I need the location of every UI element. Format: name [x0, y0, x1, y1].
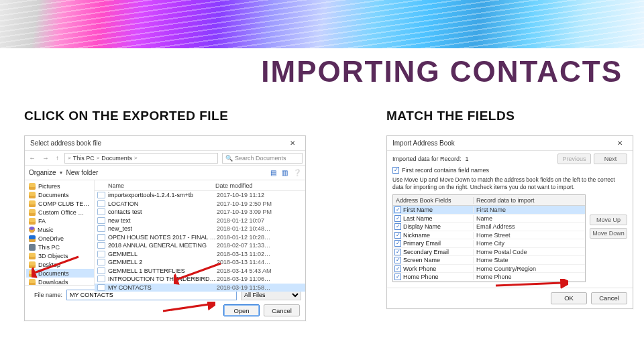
- file-row[interactable]: contacts test2017-10-19 3:09 PM: [95, 208, 305, 217]
- nav-up-icon[interactable]: ↑: [54, 154, 60, 162]
- nav-item[interactable]: COMP CLUB TE…: [26, 199, 94, 208]
- svg-line-2: [163, 304, 209, 311]
- row-checkbox[interactable]: ✓: [394, 265, 401, 272]
- map-row[interactable]: ✓First NameFirst Name: [393, 206, 585, 215]
- file-list[interactable]: Name Date modified importexporttools-1.2…: [95, 180, 305, 285]
- slide-banner: [0, 0, 644, 48]
- map-row[interactable]: ✓Secondary EmailHome Postal Code: [393, 248, 585, 257]
- file-name-label: File name:: [29, 292, 62, 298]
- file-row[interactable]: MY CONTACTS2018-03-19 11:58…: [95, 284, 305, 292]
- map-row[interactable]: ✓Screen NameHome State: [393, 256, 585, 265]
- help-icon[interactable]: ❔: [293, 169, 301, 176]
- map-row[interactable]: ✓Work PhoneHome Country/Region: [393, 265, 585, 274]
- file-date: 2018-03-13 11:02…: [217, 251, 270, 257]
- row-checkbox[interactable]: ✓: [394, 257, 401, 263]
- file-row[interactable]: GEMMELL 1 BUTTERFLIES2018-03-14 5:43 AM: [95, 267, 305, 276]
- map-field: Screen Name: [403, 257, 440, 263]
- folder-icon: [29, 227, 35, 233]
- file-row[interactable]: LOCATION2017-10-19 2:50 PM: [95, 200, 305, 208]
- row-checkbox[interactable]: ✓: [394, 206, 401, 213]
- nav-item[interactable]: Documents: [26, 269, 94, 278]
- previous-button[interactable]: Previous: [557, 154, 591, 164]
- row-checkbox[interactable]: ✓: [394, 215, 401, 222]
- file-icon: [97, 267, 105, 274]
- move-down-button[interactable]: Move Down: [590, 228, 627, 239]
- file-row[interactable]: importexporttools-1.2.4.1-sm+tb2017-10-1…: [95, 191, 305, 200]
- organize-button[interactable]: Organize: [29, 169, 56, 176]
- nav-fwd-icon[interactable]: →: [41, 154, 50, 162]
- file-open-dialog: Select address book file ✕ ← → ↑ > This …: [24, 135, 306, 321]
- nav-item[interactable]: Documents: [26, 190, 94, 199]
- field-mapping-grid[interactable]: Address Book Fields Record data to impor…: [392, 194, 586, 282]
- folder-icon: [29, 200, 36, 207]
- view-tiles-icon[interactable]: ▤: [270, 169, 276, 176]
- file-row[interactable]: GEMMELL 22018-03-13 11:44…: [95, 258, 305, 267]
- file-date: 2017-10-19 3:09 PM: [217, 208, 272, 215]
- folder-icon: [29, 192, 36, 198]
- file-row[interactable]: 2018 ANNUAL GENERAL MEETING2018-02-07 11…: [95, 241, 305, 250]
- map-row[interactable]: ✓Display NameEmail Address: [393, 223, 585, 231]
- close-icon[interactable]: ✕: [282, 139, 303, 147]
- record-label: Imported data for Record:: [392, 156, 462, 162]
- file-dialog-title: Select address book file: [30, 139, 101, 147]
- new-folder-button[interactable]: New folder: [66, 169, 99, 176]
- map-value: First Name: [474, 206, 585, 213]
- nav-item-label: Custom Office …: [38, 209, 84, 216]
- breadcrumb[interactable]: > This PC > Documents >: [64, 153, 218, 164]
- map-value: Home Postal Code: [474, 249, 585, 255]
- nav-item-label: Desktop: [38, 261, 60, 268]
- search-input[interactable]: 🔍 Search Documents: [222, 153, 303, 164]
- map-row[interactable]: ✓Primary EmailHome City: [393, 239, 585, 248]
- row-checkbox[interactable]: ✓: [394, 240, 401, 247]
- nav-item[interactable]: Custom Office …: [26, 208, 94, 217]
- map-field: Nickname: [403, 232, 430, 239]
- view-details-icon[interactable]: ▥: [282, 169, 288, 176]
- map-row[interactable]: ✓Last NameName: [393, 215, 585, 223]
- map-row[interactable]: ✓NicknameHome Street: [393, 231, 585, 240]
- row-checkbox[interactable]: ✓: [394, 274, 401, 280]
- svg-line-3: [496, 283, 561, 286]
- chevron-down-icon[interactable]: ▼: [59, 170, 64, 175]
- file-row[interactable]: OPEN HOUSE NOTES 2017 - FINAL text2018-0…: [95, 233, 305, 242]
- nav-item[interactable]: Downloads: [26, 278, 94, 285]
- nav-item[interactable]: Pictures: [26, 182, 94, 190]
- map-row[interactable]: ✓Home PhoneHome Phone: [393, 273, 585, 282]
- file-row[interactable]: new text2018-01-12 10:07: [95, 217, 305, 225]
- nav-back-icon[interactable]: ←: [28, 154, 37, 162]
- row-checkbox[interactable]: ✓: [394, 223, 401, 230]
- file-icon: [97, 225, 105, 232]
- row-checkbox[interactable]: ✓: [394, 249, 401, 255]
- move-up-button[interactable]: Move Up: [590, 215, 627, 225]
- file-row[interactable]: new_test2018-01-12 10:48…: [95, 225, 305, 233]
- folder-icon: [29, 244, 36, 251]
- next-button[interactable]: Next: [594, 154, 627, 164]
- hint-text: Use Move Up and Move Down to match the a…: [392, 176, 627, 190]
- cancel-button[interactable]: Cancel: [264, 304, 300, 316]
- ok-button[interactable]: OK: [551, 292, 587, 304]
- col-date[interactable]: Date modified: [215, 182, 305, 189]
- nav-pane[interactable]: PicturesDocumentsCOMP CLUB TE…Custom Off…: [25, 180, 95, 285]
- nav-item[interactable]: Music: [26, 225, 94, 234]
- file-name: GEMMELL 1 BUTTERFLIES: [108, 267, 217, 274]
- nav-item[interactable]: 3D Objects: [26, 251, 94, 260]
- open-button[interactable]: Open: [223, 304, 260, 316]
- close-icon[interactable]: ✕: [610, 139, 630, 147]
- nav-item[interactable]: Desktop: [26, 260, 94, 269]
- file-icon: [97, 242, 105, 249]
- nav-item[interactable]: FA: [26, 217, 94, 225]
- cancel-button[interactable]: Cancel: [591, 292, 627, 304]
- slide-title: IMPORTING CONTACTS: [0, 48, 644, 88]
- first-record-checkbox[interactable]: ✓: [392, 167, 399, 174]
- nav-item[interactable]: OneDrive: [26, 234, 94, 243]
- map-value: Home Country/Region: [474, 265, 585, 272]
- row-checkbox[interactable]: ✓: [394, 232, 401, 239]
- file-date: 2017-10-19 2:50 PM: [217, 200, 272, 207]
- file-row[interactable]: GEMMELL2018-03-13 11:02…: [95, 250, 305, 259]
- nav-item[interactable]: This PC: [26, 243, 94, 251]
- file-row[interactable]: INTRODUCTION TO THUNDERBIRD - April 20…2…: [95, 275, 305, 284]
- folder-icon: [29, 270, 36, 277]
- crumb-root: This PC: [73, 155, 95, 162]
- file-name: OPEN HOUSE NOTES 2017 - FINAL text: [108, 234, 217, 241]
- arrow-annotation: [162, 302, 215, 314]
- col-name[interactable]: Name: [95, 182, 215, 189]
